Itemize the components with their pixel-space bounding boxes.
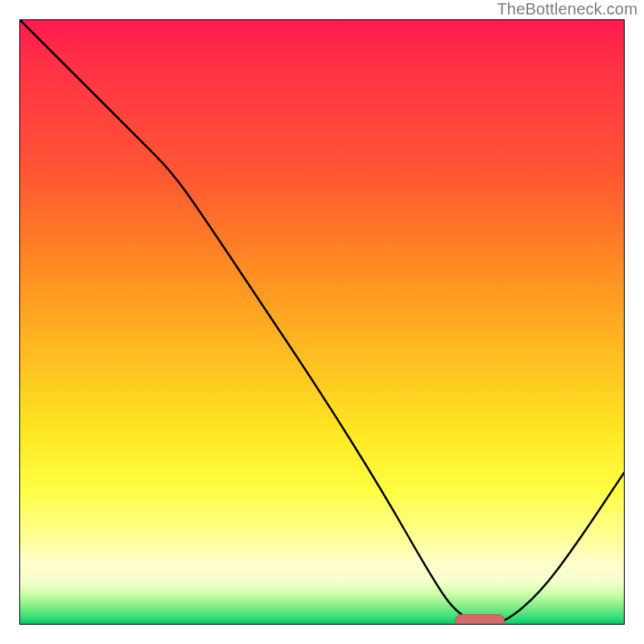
optimal-range-marker-icon	[455, 614, 505, 625]
chart-container: TheBottleneck.com	[0, 0, 644, 644]
bottleneck-curve	[20, 20, 624, 624]
plot-area	[19, 19, 625, 625]
watermark-text: TheBottleneck.com	[497, 0, 638, 19]
